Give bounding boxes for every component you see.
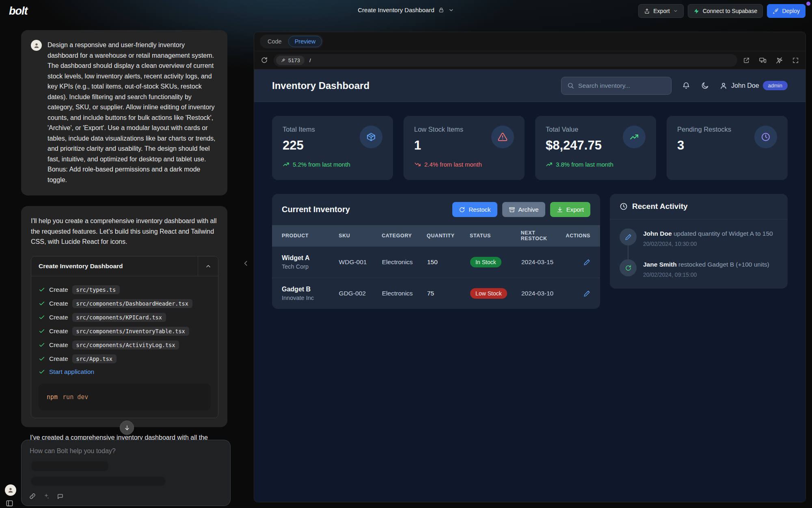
inspector-toggle-icon[interactable] (775, 56, 783, 64)
kpi-label: Total Items (283, 126, 315, 133)
supabase-label: Connect to Supabase (703, 8, 758, 14)
check-icon (39, 342, 45, 348)
chat-panel: Design a responsive and user-friendly in… (21, 30, 227, 508)
tab-code[interactable]: Code (261, 36, 288, 47)
account-avatar[interactable] (5, 484, 16, 496)
column-product: Product (282, 233, 335, 239)
activity-timestamp: 20/02/2024, 10:30:00 (643, 241, 773, 247)
restock-date-cell: 2024-03-10 (521, 290, 563, 297)
project-title-menu[interactable]: Create Inventory Dashboard (358, 7, 454, 13)
kpi-value: 3 (677, 138, 731, 153)
fullscreen-icon[interactable] (792, 57, 799, 64)
export-button[interactable]: Export (638, 4, 683, 18)
address-bar[interactable]: 5173 / (274, 54, 737, 67)
task-action: Create (49, 341, 68, 349)
sidebar-toggle-icon[interactable] (6, 499, 13, 507)
chevron-down-icon (673, 9, 678, 13)
reload-icon[interactable] (261, 56, 268, 64)
dark-mode-toggle-icon[interactable] (701, 82, 709, 90)
bell-icon[interactable] (682, 82, 690, 90)
port-pill[interactable]: 5173 (276, 56, 304, 65)
dashboard-title: Inventory Dashboard (272, 80, 369, 91)
task-action: Create (49, 314, 68, 321)
task-file-chip[interactable]: src/components/KPICard.tsx (72, 313, 166, 322)
task-action: Create (49, 286, 68, 293)
download-icon (557, 206, 563, 213)
device-preview-icon[interactable] (759, 56, 767, 64)
redacted-blob (31, 477, 165, 486)
archive-icon (509, 206, 515, 213)
search-icon (567, 82, 574, 89)
bolt-logo[interactable]: bolt (9, 5, 27, 17)
attach-link-icon[interactable] (29, 493, 36, 500)
assistant-message: I'll help you create a comprehensive inv… (21, 206, 227, 427)
quantity-cell[interactable]: 150 (427, 258, 467, 266)
user-icon (719, 82, 728, 90)
kpi-trend-text: 5.2% from last month (293, 161, 350, 168)
tab-preview[interactable]: Preview (288, 36, 322, 47)
task-file-chip[interactable]: src/components/DashboardHeader.tsx (72, 299, 192, 308)
table-row: Widget A Tech Corp WDG-001 Electronics 1… (272, 246, 600, 278)
status-badge: In Stock (470, 257, 501, 267)
task-item: Create src/components/InventoryTable.tsx (39, 324, 211, 338)
task-file-chip[interactable]: src/components/ActivityLog.tsx (72, 341, 179, 350)
share-icon (644, 8, 650, 14)
task-action: Create (49, 328, 68, 335)
task-file-chip[interactable]: src/App.tsx (72, 354, 117, 363)
edit-pencil-icon[interactable] (583, 259, 590, 266)
export-csv-button[interactable]: Export (550, 202, 590, 217)
kpi-card-pending-restocks: Pending Restocks 3 (667, 116, 788, 180)
collapse-chat-handle[interactable] (242, 259, 250, 267)
trending-up-icon (283, 161, 289, 168)
quantity-cell[interactable]: 75 (427, 290, 467, 297)
user-message: Design a responsive and user-friendly in… (21, 30, 227, 195)
product-supplier: Tech Corp (282, 263, 336, 270)
category-cell: Electronics (382, 258, 424, 266)
check-icon (39, 356, 45, 362)
search-input[interactable]: Search inventory... (561, 77, 672, 95)
chat-input-placeholder: How can Bolt help you today? (30, 447, 222, 455)
command-args: run dev (63, 393, 88, 401)
activity-text: updated quantity of Widget A to 150 (674, 230, 773, 237)
task-card: Create Inventory Dashboard Create src/ty… (31, 256, 218, 418)
preview-pane: Code Preview 5173 / Inventory Dashboard (254, 32, 806, 502)
edit-pencil-icon[interactable] (583, 290, 590, 297)
product-supplier: Innovate Inc (282, 295, 336, 301)
table-row: Gadget B Innovate Inc GDG-002 Electronic… (272, 278, 600, 309)
chat-input[interactable]: How can Bolt help you today? (21, 440, 231, 506)
user-menu[interactable]: John Doe admin (719, 81, 788, 90)
task-file-chip[interactable]: src/components/InventoryTable.tsx (72, 327, 189, 336)
edit-pencil-icon (620, 228, 637, 245)
category-cell: Electronics (382, 290, 424, 297)
kpi-label: Low Stock Items (414, 126, 463, 133)
deploy-button[interactable]: Deploy (767, 4, 806, 18)
task-action: Create (49, 355, 68, 363)
task-file-chip[interactable]: src/types.ts (72, 285, 120, 294)
command-npm: npm (47, 393, 58, 401)
collapse-task-card-button[interactable] (198, 256, 218, 276)
restock-date-cell: 2024-03-15 (521, 258, 563, 266)
column-next-restock: Next Restock (521, 230, 557, 241)
inventory-title: Current Inventory (282, 205, 350, 214)
inventory-table-header: Product SKU Category Quantity Status Nex… (272, 225, 600, 246)
scroll-to-bottom-button[interactable] (120, 421, 134, 435)
project-title: Create Inventory Dashboard (358, 7, 434, 13)
start-application-link[interactable]: Start application (49, 368, 94, 376)
task-item: Create src/components/ActivityLog.tsx (39, 338, 211, 352)
export-label: Export (653, 8, 669, 14)
recent-activity-panel: Recent Activity John Doe updated quantit… (610, 194, 788, 289)
deploy-label: Deploy (782, 8, 800, 14)
user-avatar (31, 40, 42, 51)
chat-bubbles-icon[interactable] (56, 493, 64, 500)
task-action: Create (49, 300, 68, 307)
column-actions: Actions (566, 233, 590, 239)
sparkles-icon[interactable] (43, 493, 50, 500)
connect-supabase-button[interactable]: Connect to Supabase (688, 4, 763, 18)
kpi-card-low-stock: Low Stock Items 1 2.4% from last month (404, 116, 525, 180)
archive-button[interactable]: Archive (502, 202, 545, 217)
restock-button[interactable]: Restock (452, 202, 497, 217)
open-external-icon[interactable] (743, 57, 750, 64)
activity-actor: John Doe (643, 230, 672, 237)
kpi-card-total-items: Total Items 225 5.2% from last month (272, 116, 393, 180)
assistant-intro-text: I'll help you create a comprehensive inv… (31, 216, 218, 247)
